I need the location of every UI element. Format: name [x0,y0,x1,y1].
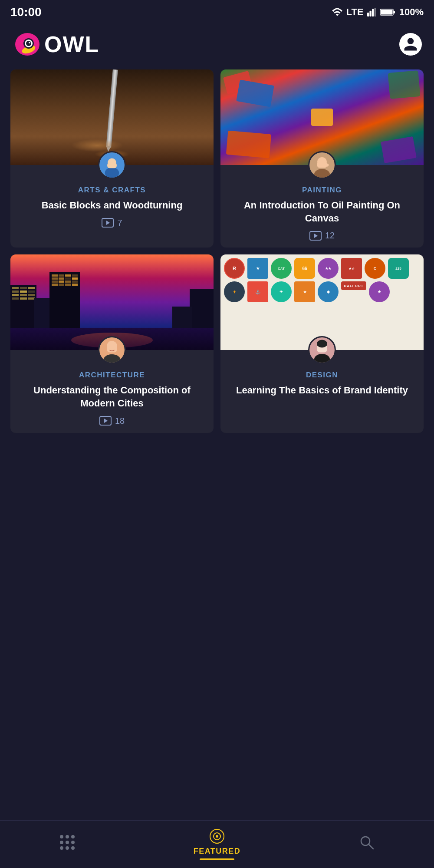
avatar-overlay-1 [10,151,214,179]
battery-percent: 100% [399,7,424,18]
course-body-architecture: ARCHITECTURE Understanding the Compositi… [10,364,214,432]
lesson-count-2: 12 [325,231,335,241]
search-icon [359,835,375,850]
nav-item-search[interactable] [350,830,383,855]
course-card-brand-identity[interactable]: R ★ CAT 66 ★★ ★☆ C 225 ✦ ⚓ ✈ ★ ◆ DALFORT… [220,254,424,432]
svg-rect-2 [372,9,374,17]
app-header: OWL [0,23,434,66]
svg-rect-16 [107,163,117,168]
featured-icon [209,828,225,844]
avatar-overlay-2 [220,151,424,179]
signal-icon [367,8,377,17]
course-card-painting[interactable]: PAINTING An Introduction To Oil Painting… [220,69,424,248]
featured-underline [200,858,234,860]
play-icon-2 [309,231,322,241]
svg-rect-25 [107,346,117,353]
course-body-painting: PAINTING An Introduction To Oil Painting… [220,179,424,248]
svg-point-11 [26,41,31,46]
svg-rect-1 [369,11,371,17]
play-icon-1 [102,218,114,228]
svg-line-36 [369,845,373,849]
avatar-overlay-3 [10,336,214,364]
lesson-count-1: 7 [117,218,122,228]
course-card-architecture[interactable]: ARCHITECTURE Understanding the Compositi… [10,254,214,432]
course-lessons-2: 12 [227,231,417,241]
svg-point-34 [216,835,218,838]
play-icon-3 [99,416,112,426]
course-category-1: ARTS & CRAFTS [17,186,207,195]
svg-rect-0 [367,13,369,17]
nav-item-grid[interactable] [51,830,84,855]
course-category-3: ARCHITECTURE [17,371,207,380]
course-body-woodturning: ARTS & CRAFTS Basic Blocks and Woodturni… [10,179,214,235]
battery-icon [380,8,396,16]
course-lessons-1: 7 [17,218,207,228]
logo-icon [12,31,43,57]
avatar-overlay-4 [220,336,424,364]
bottom-navigation: FEATURED [0,820,434,868]
svg-point-12 [29,42,30,43]
svg-point-35 [361,837,370,845]
course-lessons-3: 18 [17,416,207,426]
thumbnail-painting [220,69,424,165]
course-category-4: DESIGN [227,371,417,380]
svg-rect-3 [374,8,376,17]
account-icon [403,36,418,52]
lte-label: LTE [346,7,364,18]
grid-icon [59,835,75,850]
course-title-3: Understanding the Composition of Modern … [17,384,207,409]
svg-rect-31 [317,342,327,346]
status-icons: LTE 100% [332,7,424,18]
featured-label: FEATURED [194,847,241,856]
course-category-2: PAINTING [227,186,417,195]
lesson-count-3: 18 [115,416,125,426]
profile-button[interactable] [399,33,422,56]
logo-text: OWL [44,31,99,57]
svg-rect-6 [393,11,395,13]
logo: OWL [12,31,99,57]
course-title-4: Learning The Basics of Brand Identity [227,384,417,397]
nav-item-featured[interactable]: FEATURED [185,824,250,860]
instructor-avatar-1 [98,151,126,179]
wifi-icon [332,8,343,17]
svg-rect-5 [381,10,392,15]
svg-point-21 [325,163,329,166]
instructor-avatar-2 [308,151,336,179]
thumbnail-architecture [10,254,214,350]
status-bar: 10:00 LTE 100% [0,0,434,23]
course-title-2: An Introduction To Oil Painting On Canva… [227,199,417,224]
thumbnail-design: R ★ CAT 66 ★★ ★☆ C 225 ✦ ⚓ ✈ ★ ◆ DALFORT… [220,254,424,350]
status-time: 10:00 [10,5,42,19]
instructor-avatar-4 [308,336,336,364]
course-title-1: Basic Blocks and Woodturning [17,199,207,212]
thumbnail-woodturning [10,69,214,165]
course-card-woodturning[interactable]: ARTS & CRAFTS Basic Blocks and Woodturni… [10,69,214,248]
instructor-avatar-3 [98,336,126,364]
course-grid: ARTS & CRAFTS Basic Blocks and Woodturni… [0,66,434,436]
course-body-design: DESIGN Learning The Basics of Brand Iden… [220,364,424,410]
target-icon [209,828,225,844]
